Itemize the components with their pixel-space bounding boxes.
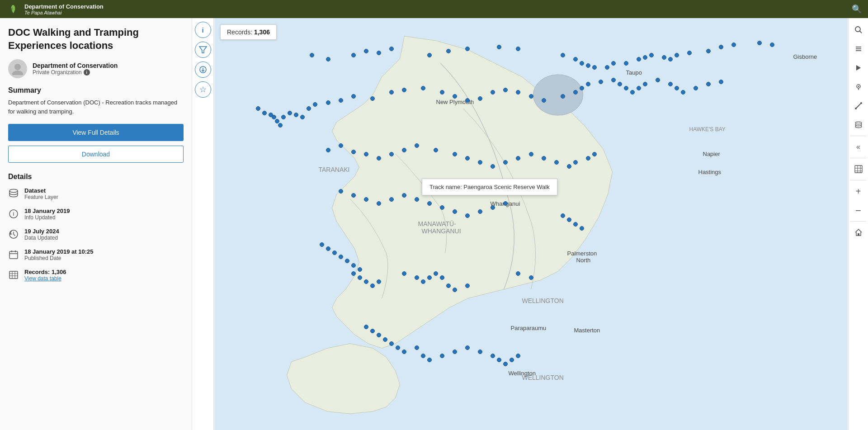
detail-item-info-updated: i 18 January 2019 Info Updated (8, 208, 184, 221)
right-list-button[interactable] (850, 41, 867, 57)
svg-text:WHANGANUI: WHANGANUI (422, 227, 461, 235)
right-chevron-left-button[interactable]: « (850, 139, 867, 155)
right-zoom-in-button[interactable]: + (850, 183, 867, 199)
svg-text:Gisborne: Gisborne (793, 53, 817, 60)
org-title: Department of Conservation Te Papa Atawh… (24, 3, 104, 15)
right-zoom-out-button[interactable]: − (850, 202, 867, 218)
svg-rect-53 (855, 165, 862, 173)
details-heading: Details (8, 173, 184, 181)
detail-item-dataset: Dataset Feature Layer (8, 187, 184, 200)
records-label: Records: 1,306 (24, 269, 66, 275)
svg-point-1 (14, 64, 21, 70)
top-navigation: Department of Conservation Te Papa Atawh… (0, 0, 868, 18)
svg-marker-16 (199, 47, 207, 53)
svg-line-48 (857, 107, 858, 108)
view-full-details-button[interactable]: View Full Details (8, 124, 184, 141)
home-icon (854, 228, 863, 236)
right-home-button[interactable] (850, 224, 867, 241)
svg-text:i: i (13, 212, 14, 217)
right-panel-divider4 (850, 221, 866, 222)
records-count: 1,306 (254, 28, 270, 36)
page-title: DOC Walking and Tramping Experiences loc… (8, 26, 184, 52)
records-icon (8, 269, 19, 280)
svg-point-3 (9, 189, 18, 193)
right-arrow-button[interactable] (850, 60, 867, 76)
data-updated-label: 19 July 2024 (24, 228, 59, 235)
map-tool-download[interactable] (195, 61, 211, 78)
detail-item-records: Records: 1,306 View data table (8, 269, 184, 282)
dataset-label: Dataset (24, 187, 58, 194)
download-button[interactable]: Download (8, 146, 184, 163)
doc-logo (6, 2, 20, 16)
svg-text:Paraparaumu: Paraparaumu (511, 325, 547, 331)
map-tooltip: Track name: Paengaroa Scenic Reserve Wal… (422, 179, 557, 195)
svg-point-52 (855, 122, 862, 124)
sidebar-panel: DOC Walking and Tramping Experiences loc… (0, 18, 192, 430)
summary-text: Department of Conservation (DOC) - Recre… (8, 98, 184, 116)
detail-item-published: 18 January 2019 at 10:25 Published Date (8, 248, 184, 261)
info-updated-label: 18 January 2019 (24, 208, 70, 214)
dataset-icon (8, 188, 19, 199)
svg-point-45 (858, 86, 859, 87)
summary-heading: Summary (8, 86, 184, 95)
records-badge: Records: 1,306 (220, 24, 277, 40)
published-label: 18 January 2019 at 10:25 (24, 248, 94, 255)
svg-text:Hastings: Hastings (698, 169, 722, 175)
right-pin-button[interactable] (850, 79, 867, 95)
right-table-button[interactable] (850, 161, 867, 177)
map-tool-filter[interactable] (195, 42, 211, 58)
data-updated-icon (8, 229, 19, 240)
right-panel: « + − (848, 18, 868, 430)
arrow-icon (855, 64, 862, 71)
svg-rect-7 (9, 251, 18, 259)
map-area: TARANAKI MANAWATŪ- WHANGANUI WELLINGTON … (214, 18, 848, 430)
svg-text:MANAWATŪ-: MANAWATŪ- (418, 220, 457, 227)
svg-text:Palmerston: Palmerston (567, 250, 597, 257)
dataset-value: Feature Layer (24, 194, 58, 200)
svg-text:Whanganui: Whanganui (491, 200, 520, 207)
svg-point-38 (855, 27, 860, 32)
svg-line-39 (859, 31, 862, 33)
svg-text:Wellington: Wellington (509, 370, 536, 377)
svg-text:North: North (576, 257, 591, 264)
svg-text:HAWKE'S BAY: HAWKE'S BAY (689, 126, 726, 132)
avatar (8, 59, 27, 78)
detail-item-data-updated: 19 July 2024 Data Updated (8, 228, 184, 241)
publisher-type: Private Organization i (33, 69, 118, 76)
svg-text:Masterton: Masterton (574, 327, 600, 334)
user-icon (11, 62, 24, 75)
right-panel-divider2 (850, 158, 866, 158)
map-tool-star[interactable]: ☆ (195, 81, 211, 98)
topnav-search-icon[interactable]: 🔍 (852, 4, 862, 14)
svg-point-2 (12, 71, 23, 75)
measure-icon (854, 102, 863, 110)
map-tool-info[interactable]: i (195, 22, 211, 38)
publisher-name: Department of Conservation (33, 62, 118, 69)
svg-marker-43 (856, 65, 861, 71)
svg-text:WELLINGTON: WELLINGTON (522, 297, 564, 304)
svg-rect-11 (9, 271, 18, 279)
search-icon (854, 26, 863, 34)
svg-text:TARANAKI: TARANAKI (319, 166, 350, 173)
layers-icon (854, 121, 863, 129)
right-layers-button[interactable] (850, 117, 867, 133)
published-value: Published Date (24, 255, 94, 261)
svg-rect-58 (858, 233, 859, 236)
svg-text:Napier: Napier (703, 151, 721, 157)
right-panel-divider3 (850, 180, 866, 180)
publisher-info: Department of Conservation Private Organ… (33, 62, 118, 76)
right-search-button[interactable] (850, 22, 867, 38)
info-updated-value: Info Updated (24, 214, 70, 221)
svg-text:New Plymouth: New Plymouth (436, 99, 474, 105)
right-measure-button[interactable] (850, 98, 867, 114)
svg-text:Taupo: Taupo (626, 69, 642, 76)
svg-point-20 (533, 75, 583, 115)
map-tools-panel: i ☆ (192, 18, 214, 430)
svg-point-46 (855, 108, 857, 109)
data-updated-value: Data Updated (24, 235, 59, 241)
view-data-table-link[interactable]: View data table (24, 275, 66, 282)
list-icon (854, 45, 863, 53)
publisher-row: Department of Conservation Private Organ… (8, 59, 184, 78)
pin-icon (855, 83, 862, 90)
svg-line-49 (858, 105, 859, 106)
